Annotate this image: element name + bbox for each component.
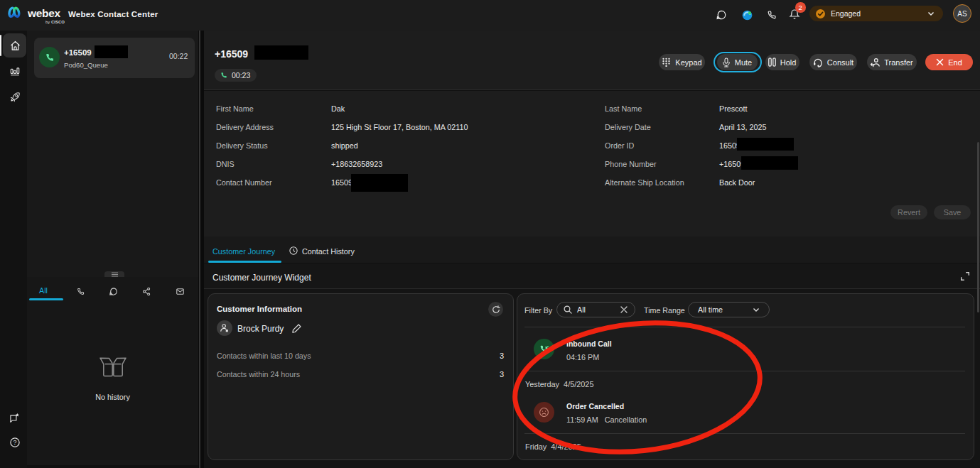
svg-text:?: ? [14, 439, 17, 446]
svg-text:by CISCO: by CISCO [45, 20, 65, 24]
svg-text:webex: webex [27, 7, 61, 19]
